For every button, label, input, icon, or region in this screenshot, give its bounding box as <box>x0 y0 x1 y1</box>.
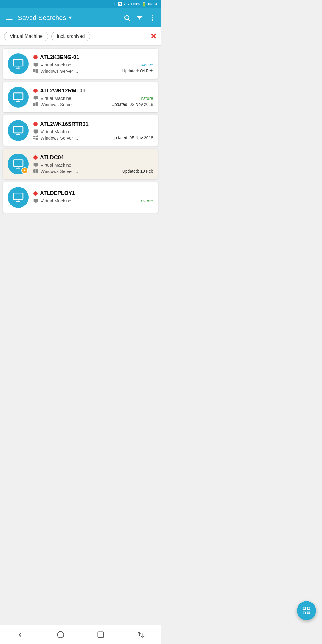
os-detail: Windows Server ... <box>33 102 78 107</box>
title-row: ATL2WK12RMT01 <box>33 88 153 94</box>
search-button[interactable] <box>123 14 131 21</box>
title-text: Saved Searches <box>18 14 66 22</box>
device-type: Virtual Machine <box>41 129 71 134</box>
svg-point-2 <box>152 15 153 16</box>
nfc-icon: N <box>118 2 122 6</box>
svg-rect-32 <box>34 199 38 202</box>
filter-chip-archived[interactable]: incl. archived <box>51 32 90 41</box>
avatar-circle <box>8 87 29 108</box>
status-dot <box>33 89 38 93</box>
svg-rect-11 <box>13 93 23 100</box>
device-type: Virtual Machine <box>41 96 71 101</box>
bluetooth-icon: +︎ <box>114 2 116 6</box>
svg-rect-20 <box>34 130 38 132</box>
device-name: ATL2K3ENG-01 <box>40 54 79 61</box>
svg-rect-23 <box>13 160 23 166</box>
list-item[interactable]: ATLDEPLOY1 Virtual Machine Instore <box>3 182 158 213</box>
app-bar: Saved Searches ▼ <box>0 8 161 27</box>
avatar-circle <box>8 120 29 141</box>
os-row: Windows Server ... Updated: 04 Feb <box>33 69 153 74</box>
type-row: Virtual Machine Instore <box>33 198 153 203</box>
device-name: ATL2WK16SRTR01 <box>40 121 89 127</box>
status-badge: Instore <box>140 96 153 101</box>
svg-rect-29 <box>13 193 23 200</box>
svg-point-4 <box>152 19 153 21</box>
battery-icon: 🔋 <box>142 2 146 7</box>
filter-chip-vm[interactable]: Virtual Machine <box>4 32 48 41</box>
card-content: ATL2WK12RMT01 Virtual Machine Instore <box>33 88 153 107</box>
time: 06:54 <box>148 2 157 6</box>
svg-point-0 <box>125 16 129 20</box>
os-text: Windows Server ... <box>41 102 78 107</box>
device-name: ATL2WK12RMT01 <box>40 88 86 94</box>
avatar-badge <box>21 167 28 174</box>
svg-rect-26 <box>34 163 38 166</box>
menu-button[interactable] <box>5 14 14 21</box>
type-row: Virtual Machine <box>33 162 153 168</box>
type-detail: Virtual Machine <box>33 62 71 67</box>
dropdown-arrow-icon: ▼ <box>68 15 72 21</box>
os-row: Windows Server ... Updated: 02 Nov 2018 <box>33 102 153 107</box>
avatar <box>8 120 29 141</box>
title-row: ATL2WK16SRTR01 <box>33 121 153 127</box>
svg-rect-5 <box>13 60 23 66</box>
card-content: ATL2K3ENG-01 Virtual Machine Active Wi <box>33 54 153 74</box>
type-row: Virtual Machine <box>33 129 153 134</box>
type-row: Virtual Machine Instore <box>33 96 153 101</box>
device-type: Virtual Machine <box>41 62 71 67</box>
signal-icon: ▴︎ <box>127 2 129 6</box>
avatar <box>8 187 29 208</box>
battery-percent: 100% <box>131 2 140 6</box>
svg-rect-14 <box>34 96 38 99</box>
avatar <box>8 53 29 74</box>
svg-rect-17 <box>13 126 23 133</box>
updated-date: Updated: 19 Feb <box>122 169 153 174</box>
svg-rect-8 <box>34 63 38 66</box>
status-dot <box>33 191 38 196</box>
app-bar-title[interactable]: Saved Searches ▼ <box>18 14 119 22</box>
title-row: ATL2K3ENG-01 <box>33 54 153 61</box>
app-bar-actions <box>123 14 156 21</box>
updated-date: Updated: 05 Nov 2018 <box>112 135 153 140</box>
status-dot <box>33 55 38 59</box>
device-type: Virtual Machine <box>41 198 71 203</box>
card-content: ATL2WK16SRTR01 Virtual Machine Window <box>33 121 153 140</box>
svg-point-3 <box>152 17 153 18</box>
avatar <box>8 154 29 174</box>
os-text: Windows Server ... <box>41 135 78 140</box>
os-row: Windows Server ... Updated: 19 Feb <box>33 169 153 174</box>
filter-row: Virtual Machine incl. archived ✕ <box>0 27 161 46</box>
more-options-button[interactable] <box>149 14 156 21</box>
svg-line-1 <box>129 19 130 21</box>
list-item[interactable]: ATL2K3ENG-01 Virtual Machine Active Wi <box>3 49 158 79</box>
status-bar: +︎ N ▾︎ ▴︎ 100% 🔋 06:54 <box>0 0 161 8</box>
card-content: ATLDEPLOY1 Virtual Machine Instore <box>33 190 153 205</box>
status-badge: Active <box>141 62 153 67</box>
title-row: ATLDC04 <box>33 154 153 161</box>
list-item[interactable]: ATL2WK12RMT01 Virtual Machine Instore <box>3 82 158 112</box>
device-name: ATLDC04 <box>40 154 64 161</box>
updated-date: Updated: 02 Nov 2018 <box>112 102 153 107</box>
type-detail: Virtual Machine <box>33 198 71 203</box>
status-dot <box>33 155 38 160</box>
status-dot <box>33 122 38 126</box>
device-name: ATLDEPLOY1 <box>40 190 75 196</box>
title-row: ATLDEPLOY1 <box>33 190 153 196</box>
wifi-icon: ▾︎ <box>124 2 126 6</box>
type-detail: Virtual Machine <box>33 129 71 134</box>
type-detail: Virtual Machine <box>33 96 71 101</box>
os-detail: Windows Server ... <box>33 69 78 74</box>
list-item[interactable]: ATLDC04 Virtual Machine Windows Serve <box>3 149 158 179</box>
os-text: Windows Server ... <box>41 69 78 74</box>
os-text: Windows Server ... <box>41 169 78 174</box>
type-detail: Virtual Machine <box>33 162 71 168</box>
os-row: Windows Server ... Updated: 05 Nov 2018 <box>33 135 153 140</box>
filter-clear-button[interactable]: ✕ <box>150 32 157 40</box>
type-row: Virtual Machine Active <box>33 62 153 67</box>
card-content: ATLDC04 Virtual Machine Windows Serve <box>33 154 153 174</box>
filter-button[interactable] <box>137 15 143 21</box>
device-type: Virtual Machine <box>41 162 71 168</box>
list-item[interactable]: ATL2WK16SRTR01 Virtual Machine Window <box>3 115 158 146</box>
avatar-circle <box>8 53 29 74</box>
os-detail: Windows Server ... <box>33 169 78 174</box>
